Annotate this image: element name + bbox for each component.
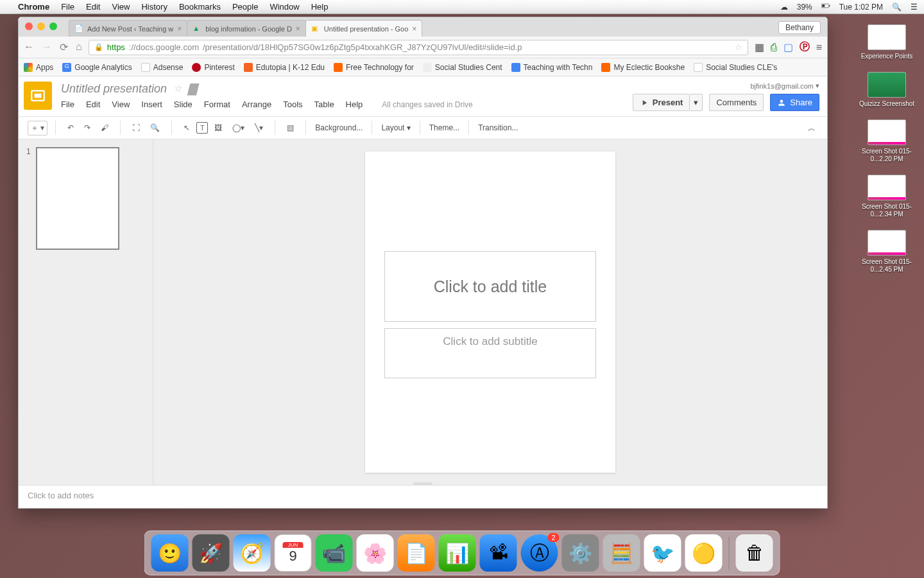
close-window[interactable] <box>25 22 33 30</box>
layout-button[interactable]: Layout ▾ <box>376 121 415 135</box>
slides-logo-icon[interactable] <box>24 82 52 110</box>
slide-thumbnail[interactable] <box>36 147 119 250</box>
keynote-app[interactable]: 📽 <box>480 534 517 572</box>
close-tab-icon[interactable]: × <box>177 24 182 33</box>
finder-app[interactable]: 🙂 <box>151 534 189 572</box>
menu-insert[interactable]: Insert <box>141 100 162 109</box>
desktop-file[interactable]: Experience Points <box>861 24 913 60</box>
chrome-user-button[interactable]: Bethany <box>778 21 821 34</box>
bookmark-item[interactable]: My Eclectic Bookshe <box>601 63 685 72</box>
menu-people[interactable]: People <box>232 2 258 12</box>
zoom-window[interactable] <box>49 22 57 30</box>
minimize-window[interactable] <box>37 22 45 30</box>
comments-button[interactable]: Comments <box>709 94 764 111</box>
notifications-icon[interactable]: ☰ <box>911 3 918 12</box>
zoom-button[interactable]: 🔍 <box>146 121 164 135</box>
bookmark-item[interactable]: Social Studies Cent <box>423 63 502 72</box>
menu-bookmarks[interactable]: Bookmarks <box>179 2 221 12</box>
extension-icon[interactable]: ⎙ <box>771 42 777 53</box>
reload-button[interactable]: ⟳ <box>60 41 68 53</box>
redo-button[interactable]: ↷ <box>80 121 94 135</box>
menu-edit[interactable]: Edit <box>86 100 100 109</box>
chrome-menu-icon[interactable]: ≡ <box>816 42 822 53</box>
canvas-area[interactable]: Click to add title Click to add subtitle <box>153 139 827 485</box>
bookmark-item[interactable]: Social Studies CLE's <box>694 63 777 72</box>
bookmark-item[interactable]: Teaching with Techn <box>511 63 593 72</box>
present-dropdown[interactable]: ▾ <box>690 94 703 111</box>
menu-view[interactable]: View <box>112 2 130 12</box>
theme-button[interactable]: Theme... <box>424 121 465 135</box>
menu-view[interactable]: View <box>112 100 130 109</box>
settings-app[interactable]: ⚙️ <box>562 534 599 572</box>
star-icon[interactable]: ☆ <box>173 83 182 94</box>
share-button[interactable]: Share <box>770 94 819 111</box>
shape-tool[interactable]: ◯▾ <box>228 121 248 135</box>
chrome-app[interactable]: 🟡 <box>685 534 723 572</box>
photos-app[interactable]: 🌸 <box>357 534 394 572</box>
doc-title[interactable]: Untitled presentation <box>61 82 167 96</box>
speaker-notes[interactable]: Click to add notes <box>19 485 827 508</box>
title-placeholder[interactable]: Click to add title <box>384 251 596 322</box>
calculator-app[interactable]: 🧮 <box>603 534 640 572</box>
menu-history[interactable]: History <box>141 2 167 12</box>
collapse-toolbar-icon[interactable]: ︽ <box>801 120 822 136</box>
transition-button[interactable]: Transition... <box>473 121 523 135</box>
twitter-app[interactable]: 🐦 <box>644 534 681 572</box>
menu-window[interactable]: Window <box>270 2 299 12</box>
menu-file[interactable]: File <box>61 100 74 109</box>
clock[interactable]: Tue 1:02 PM <box>839 3 883 12</box>
home-button[interactable]: ⌂ <box>76 41 82 53</box>
account-email[interactable]: bjfink1s@gmail.com▾ <box>750 82 819 90</box>
subtitle-placeholder[interactable]: Click to add subtitle <box>384 328 596 378</box>
bookmark-item[interactable]: Adsense <box>141 63 184 72</box>
dropbox-icon[interactable]: ☁ <box>780 3 788 12</box>
menu-arrange[interactable]: Arrange <box>242 100 271 109</box>
bookmark-item[interactable]: Pinterest <box>192 63 234 72</box>
bookmark-item[interactable]: Free Technology for <box>334 63 414 72</box>
menu-help[interactable]: Help <box>311 2 329 12</box>
menu-tools[interactable]: Tools <box>283 100 302 109</box>
desktop-file[interactable]: Screen Shot 015-0...2.20 PM <box>855 119 919 163</box>
comment-tool[interactable]: ▤ <box>283 121 298 135</box>
browser-tab[interactable]: 📄Add New Post ‹ Teaching w× <box>69 20 187 37</box>
folder-icon[interactable]: ▇ <box>188 82 197 96</box>
omnibox[interactable]: 🔒 https://docs.google.com/presentation/d… <box>89 40 748 55</box>
bookmark-star-icon[interactable]: ☆ <box>735 42 742 52</box>
textbox-tool[interactable]: T <box>196 122 208 134</box>
launchpad-app[interactable]: 🚀 <box>193 534 230 572</box>
menu-format[interactable]: Format <box>204 100 230 109</box>
menu-slide[interactable]: Slide <box>174 100 193 109</box>
extension-icon[interactable]: ▢ <box>783 41 793 53</box>
close-tab-icon[interactable]: × <box>296 24 300 33</box>
pinterest-extension-icon[interactable]: Ⓟ <box>800 40 810 54</box>
bookmark-item[interactable]: Edutopia | K-12 Edu <box>244 63 325 72</box>
bookmark-item[interactable]: GGoogle Analytics <box>62 63 132 72</box>
background-button[interactable]: Background... <box>310 121 368 135</box>
image-tool[interactable]: 🖼 <box>210 121 226 135</box>
numbers-app[interactable]: 📊 <box>439 534 476 572</box>
slide-canvas[interactable]: Click to add title Click to add subtitle <box>365 152 615 473</box>
menu-edit[interactable]: Edit <box>86 2 100 12</box>
close-tab-icon[interactable]: × <box>412 24 416 33</box>
bookmark-item[interactable]: Apps <box>24 63 53 72</box>
spotlight-icon[interactable]: 🔍 <box>892 3 902 12</box>
battery-icon[interactable] <box>821 1 830 12</box>
menu-help[interactable]: Help <box>346 100 363 109</box>
active-app-name[interactable]: Chrome <box>18 2 49 12</box>
desktop-file[interactable]: Screen Shot 015-0...2.45 PM <box>855 230 919 274</box>
zoom-fit-button[interactable]: ⛶ <box>128 121 144 135</box>
extension-icon[interactable]: ▦ <box>755 41 764 53</box>
select-tool[interactable]: ↖ <box>180 121 194 135</box>
pages-app[interactable]: 📄 <box>398 534 435 572</box>
present-button[interactable]: Present <box>633 94 690 111</box>
line-tool[interactable]: ╲▾ <box>251 121 267 135</box>
calendar-app[interactable]: JUN9 <box>275 534 312 572</box>
desktop-file[interactable]: Quizizz Screenshot <box>859 72 914 108</box>
desktop-file[interactable]: Screen Shot 015-0...2.34 PM <box>855 175 919 218</box>
back-button[interactable]: ← <box>24 41 34 53</box>
new-slide-button[interactable]: ＋ ▾ <box>28 121 47 136</box>
browser-tab[interactable]: ▲blog information - Google D× <box>187 20 306 37</box>
browser-tab-active[interactable]: ▣Untitled presentation - Goo× <box>305 20 422 37</box>
forward-button[interactable]: → <box>42 41 52 53</box>
paint-format-button[interactable]: 🖌 <box>97 121 112 135</box>
